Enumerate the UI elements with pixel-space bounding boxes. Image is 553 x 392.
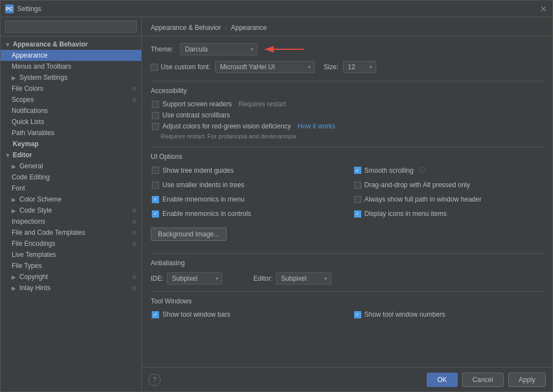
contrast-scrollbars-row: Use contrast scrollbars — [151, 111, 544, 119]
custom-font-checkbox-wrapper[interactable]: Use custom font: — [151, 63, 211, 71]
settings-window: PC Settings ✕ 🔍 ▼ Appearance & Behavior … — [0, 0, 553, 392]
sidebar-item-menus-toolbars[interactable]: Menus and Toolbars — [1, 61, 141, 72]
sidebar-item-file-encodings[interactable]: File Encodings ⚙ — [1, 238, 141, 249]
antialiasing-row: IDE: Subpixel Greyscale No antialiasing … — [151, 272, 544, 285]
tree-indent-row: Show tree indent guides — [151, 166, 342, 174]
sidebar-item-code-editing[interactable]: Code Editing — [1, 172, 141, 183]
sidebar-item-appearance[interactable]: Appearance — [1, 50, 141, 61]
main-panel: Appearance & Behavior › Appearance Theme… — [142, 17, 552, 391]
title-bar: PC Settings ✕ — [1, 1, 552, 17]
editor-aa-item: Editor: Subpixel Greyscale No antialiasi… — [253, 272, 331, 285]
sidebar-item-notifications[interactable]: Notifications — [1, 105, 141, 116]
divider2 — [151, 147, 544, 147]
settings-icon: ⚙ — [132, 285, 137, 291]
arrow-icon: ▶ — [12, 274, 17, 280]
settings-icon: ⚙ — [132, 97, 137, 103]
font-select-wrapper: Microsoft YaHei UI Arial Segoe UI — [215, 61, 315, 73]
tool-windows-grid: ✓ Show tool window bars ✓ Show tool wind… — [151, 311, 544, 322]
full-path-row: Always show full path in window header — [353, 195, 544, 203]
custom-font-checkbox[interactable] — [151, 64, 158, 71]
smooth-scrolling-checkbox[interactable]: ✓ — [354, 167, 361, 174]
size-select-wrapper: 12 10 11 14 — [343, 61, 376, 73]
settings-icon: ⚙ — [132, 208, 137, 214]
tool-windows-section: Tool Windows ✓ Show tool window bars ✓ S… — [151, 297, 544, 322]
antialiasing-title: Antialiasing — [151, 259, 544, 267]
sidebar-item-inspections[interactable]: Inspections ⚙ — [1, 216, 141, 227]
sidebar-item-system-settings[interactable]: ▶ System Settings — [1, 72, 141, 83]
theme-row: Theme: Darcula IntelliJ Light High Contr… — [151, 43, 544, 55]
tool-window-numbers-checkbox[interactable]: ✓ — [354, 311, 361, 318]
how-it-works-link[interactable]: How it works — [298, 122, 335, 130]
apply-button[interactable]: Apply — [508, 373, 546, 387]
arrow-icon: ▶ — [12, 285, 17, 291]
sidebar-item-font[interactable]: Font — [1, 183, 141, 194]
arrow-icon: ▼ — [5, 152, 11, 158]
tree-indent-checkbox[interactable] — [152, 167, 159, 174]
background-image-button[interactable]: Background Image... — [151, 228, 227, 241]
close-button[interactable]: ✕ — [539, 4, 548, 13]
tool-window-bars-checkbox[interactable]: ✓ — [152, 311, 159, 318]
sidebar-item-live-templates[interactable]: Live Templates — [1, 249, 141, 260]
arrow-icon: ▶ — [12, 163, 17, 169]
sidebar-item-scopes[interactable]: Scopes ⚙ — [1, 94, 141, 105]
sidebar-item-appearance-behavior[interactable]: ▼ Appearance & Behavior — [1, 39, 141, 50]
theme-label: Theme: — [151, 45, 173, 53]
mnemonics-controls-checkbox[interactable]: ✓ — [152, 210, 159, 218]
breadcrumb: Appearance & Behavior › Appearance — [151, 24, 267, 32]
accessibility-title: Accessibility — [151, 87, 544, 95]
settings-icon: ⚙ — [132, 241, 137, 247]
divider — [151, 81, 544, 81]
ide-aa-item: IDE: Subpixel Greyscale No antialiasing — [151, 272, 222, 285]
main-header: Appearance & Behavior › Appearance — [142, 17, 552, 37]
cancel-button[interactable]: Cancel — [462, 373, 504, 387]
sidebar-item-file-code-templates[interactable]: File and Code Templates ⚙ — [1, 227, 141, 238]
mnemonics-controls-row: ✓ Enable mnemonics in controls — [151, 210, 342, 218]
contrast-scrollbars-checkbox[interactable] — [152, 112, 159, 119]
tool-window-numbers-row: ✓ Show tool window numbers — [353, 311, 544, 318]
sidebar-item-inlay-hints[interactable]: ▶ Inlay Hints ⚙ — [1, 282, 141, 293]
editor-aa-select-wrapper: Subpixel Greyscale No antialiasing — [276, 272, 331, 285]
settings-icon: ⚙ — [132, 86, 137, 92]
sidebar: 🔍 ▼ Appearance & Behavior Appearance Men… — [1, 17, 142, 391]
search-input[interactable] — [5, 20, 137, 33]
sidebar-item-general[interactable]: ▶ General — [1, 161, 141, 172]
full-path-checkbox[interactable] — [354, 196, 361, 203]
settings-icon: ⚙ — [132, 230, 137, 236]
settings-icon: ⚙ — [132, 274, 137, 280]
smaller-indents-checkbox[interactable] — [152, 182, 159, 189]
ide-aa-select[interactable]: Subpixel Greyscale No antialiasing — [167, 272, 222, 285]
ide-aa-select-wrapper: Subpixel Greyscale No antialiasing — [167, 272, 222, 285]
editor-aa-select[interactable]: Subpixel Greyscale No antialiasing — [276, 272, 331, 285]
sidebar-item-file-types[interactable]: File Types — [1, 260, 141, 271]
accessibility-section: Accessibility Support screen readers Req… — [151, 87, 544, 140]
theme-select[interactable]: Darcula IntelliJ Light High Contrast — [180, 43, 258, 55]
help-button[interactable]: ? — [149, 374, 161, 386]
mnemonics-menu-row: ✓ Enable mnemonics in menu — [151, 195, 342, 203]
sidebar-item-path-variables[interactable]: Path Variables — [1, 127, 141, 138]
sidebar-item-color-scheme[interactable]: ▶ Color Scheme — [1, 194, 141, 205]
sidebar-item-keymap[interactable]: Keymap — [1, 138, 141, 149]
ui-options-grid: Show tree indent guides ✓ Smooth scrolli… — [151, 166, 544, 221]
bottom-bar: ? OK Cancel Apply — [142, 367, 552, 391]
ui-options-title: UI Options — [151, 153, 544, 161]
screen-readers-checkbox[interactable] — [152, 101, 159, 108]
display-icons-checkbox[interactable]: ✓ — [354, 210, 361, 218]
sidebar-item-editor[interactable]: ▼ Editor — [1, 149, 141, 161]
app-icon: PC — [5, 4, 14, 13]
sidebar-item-code-style[interactable]: ▶ Code Style ⚙ — [1, 205, 141, 216]
mnemonics-menu-checkbox[interactable]: ✓ — [152, 196, 159, 203]
color-deficiency-checkbox[interactable] — [152, 123, 159, 130]
sidebar-item-file-colors[interactable]: File Colors ⚙ — [1, 83, 141, 94]
color-deficiency-row: Adjust colors for red-green vision defic… — [151, 122, 544, 130]
arrow-icon: ▶ — [12, 197, 17, 203]
drag-drop-checkbox[interactable] — [354, 182, 361, 189]
size-select[interactable]: 12 10 11 14 — [343, 61, 376, 73]
ok-button[interactable]: OK — [427, 373, 457, 387]
color-deficiency-note: Requires restart. For protanopia and deu… — [161, 133, 296, 140]
main-body: Theme: Darcula IntelliJ Light High Contr… — [142, 37, 552, 367]
font-select[interactable]: Microsoft YaHei UI Arial Segoe UI — [215, 61, 315, 73]
sidebar-item-quick-lists[interactable]: Quick Lists — [1, 116, 141, 127]
sidebar-item-copyright[interactable]: ▶ Copyright ⚙ — [1, 271, 141, 282]
tree: ▼ Appearance & Behavior Appearance Menus… — [1, 37, 141, 391]
theme-select-wrapper: Darcula IntelliJ Light High Contrast — [180, 43, 258, 55]
